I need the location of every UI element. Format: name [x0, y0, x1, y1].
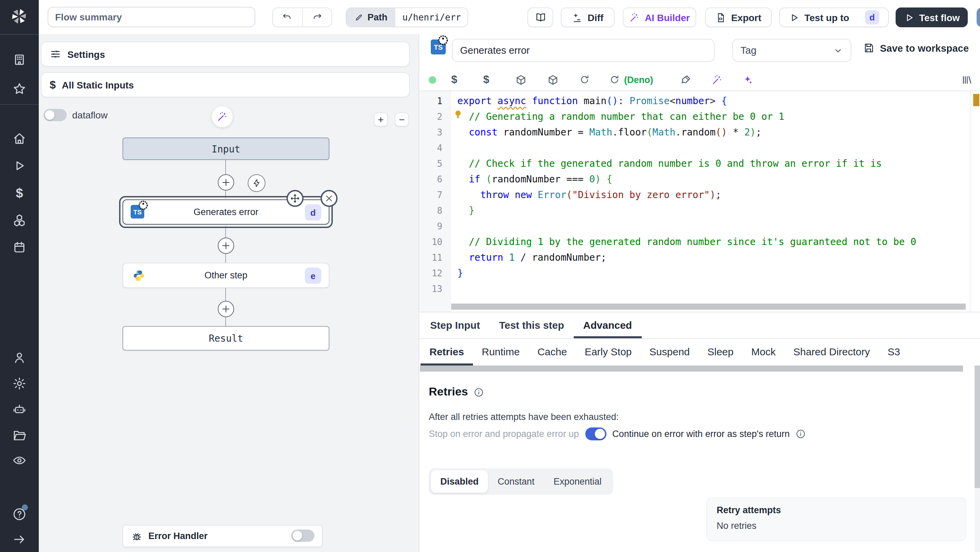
- subtab-mock[interactable]: Mock: [743, 340, 785, 366]
- plus-icon: [221, 304, 231, 314]
- zoom-in-button[interactable]: +: [374, 112, 388, 127]
- subtab-suspend[interactable]: Suspend: [641, 340, 698, 366]
- workspace-building-icon[interactable]: [12, 52, 27, 67]
- subtab-cache[interactable]: Cache: [528, 340, 576, 366]
- reload-runtime-button[interactable]: [609, 71, 620, 89]
- panel-vertical-scrollbar[interactable]: [975, 366, 980, 552]
- folders-icon[interactable]: [12, 428, 27, 442]
- package-icon-button[interactable]: [515, 71, 527, 89]
- result-node[interactable]: Result: [123, 326, 329, 350]
- settings-gear-icon[interactable]: [12, 376, 27, 391]
- variable-picker-button[interactable]: $: [451, 71, 457, 89]
- delete-node-button[interactable]: [321, 190, 337, 207]
- flow-settings-button[interactable]: Settings: [41, 41, 410, 67]
- wand-icon: [629, 12, 640, 23]
- resources-cubes-icon[interactable]: [12, 213, 27, 227]
- flow-summary-input[interactable]: [48, 7, 255, 27]
- workers-robot-icon[interactable]: [12, 402, 27, 417]
- tab-step-input[interactable]: Step Input: [421, 313, 490, 338]
- export-button[interactable]: Export: [705, 8, 772, 27]
- info-icon[interactable]: [796, 429, 806, 439]
- variables-dollar-icon[interactable]: $: [12, 186, 27, 200]
- all-static-inputs-button[interactable]: $ All Static Inputs: [41, 72, 410, 97]
- home-icon[interactable]: [12, 131, 27, 146]
- code-line: // Check if the generated random number …: [451, 156, 970, 172]
- dollar-icon: $: [50, 79, 56, 91]
- dataflow-toggle[interactable]: [43, 109, 67, 121]
- ai-wand-button[interactable]: [212, 106, 233, 127]
- close-icon: [325, 194, 334, 203]
- seg-constant[interactable]: Constant: [488, 470, 544, 493]
- add-step-button[interactable]: [218, 237, 234, 254]
- seg-exponential[interactable]: Exponential: [544, 470, 611, 493]
- lightbulb-icon[interactable]: [453, 110, 463, 122]
- sidebar-divider: [0, 34, 39, 35]
- editor-gutter: 12345678910111213: [419, 91, 451, 312]
- diff-button[interactable]: Diff: [561, 8, 614, 27]
- windmill-logo-icon[interactable]: [9, 6, 29, 27]
- add-step-button[interactable]: [218, 301, 234, 317]
- format-button[interactable]: [680, 71, 692, 89]
- tag-select[interactable]: Tag: [732, 39, 851, 62]
- ai-wand-button[interactable]: [711, 71, 723, 89]
- path-button[interactable]: Path u/henri/err: [346, 8, 469, 27]
- overflow-button-sliver[interactable]: [977, 8, 980, 27]
- redo-button[interactable]: [302, 8, 331, 27]
- step-name-input[interactable]: [452, 39, 714, 62]
- play-icon: [904, 12, 914, 23]
- line-number: 1: [419, 93, 451, 109]
- move-node-button[interactable]: [286, 190, 304, 207]
- code-editor[interactable]: 12345678910111213 export async function …: [419, 91, 980, 312]
- subtab-shared-directory[interactable]: Shared Directory: [784, 340, 878, 366]
- dataflow-label: dataflow: [72, 110, 108, 121]
- zoom-out-button[interactable]: −: [395, 112, 409, 127]
- subtab-retries[interactable]: Retries: [421, 340, 473, 366]
- play-icon: [789, 12, 800, 23]
- package-icon-button[interactable]: [547, 71, 559, 89]
- step-title: Other step: [123, 270, 329, 280]
- runs-play-icon[interactable]: [12, 159, 27, 173]
- editor-code-lines[interactable]: export async function main(): Promise<nu…: [451, 91, 970, 312]
- step-title: Generates error: [123, 207, 329, 217]
- diff-label: Diff: [588, 12, 604, 23]
- line-number: 8: [419, 203, 451, 218]
- line-number: 3: [419, 124, 451, 140]
- seg-disabled[interactable]: Disabled: [431, 470, 488, 493]
- ai-builder-button[interactable]: AI Builder: [623, 8, 696, 27]
- ai-sparkles-button[interactable]: [742, 71, 753, 89]
- step-node-other-step[interactable]: Other step: [123, 263, 329, 288]
- subtab-sleep[interactable]: Sleep: [698, 340, 743, 366]
- user-icon[interactable]: [12, 350, 27, 365]
- input-node[interactable]: Input: [123, 137, 329, 160]
- audit-eye-icon[interactable]: [12, 453, 27, 468]
- expand-arrow-right-icon[interactable]: [12, 532, 27, 547]
- deno-icon: [138, 200, 148, 213]
- undo-button[interactable]: [273, 8, 302, 27]
- save-to-workspace-button[interactable]: Save to workspace: [863, 42, 969, 54]
- subtab-runtime[interactable]: Runtime: [473, 340, 529, 366]
- continue-on-error-toggle[interactable]: [585, 428, 606, 441]
- subtabs-scrollbar[interactable]: [420, 366, 963, 372]
- resource-picker-button[interactable]: $: [483, 71, 489, 89]
- subtab-early-stop[interactable]: Early Stop: [576, 340, 640, 366]
- tab-advanced[interactable]: Advanced: [574, 313, 641, 338]
- favorites-star-icon[interactable]: [12, 82, 27, 96]
- info-icon[interactable]: [473, 387, 484, 397]
- library-button[interactable]: [961, 71, 972, 89]
- test-flow-button[interactable]: Test flow: [896, 8, 968, 27]
- schedules-calendar-icon[interactable]: [12, 240, 27, 255]
- subtab-s3[interactable]: S3: [879, 340, 909, 366]
- error-handler-toggle[interactable]: [291, 530, 314, 542]
- test-up-to-button[interactable]: Test up to d: [779, 8, 889, 27]
- continue-on-error-label: Continue on error with error as step's r…: [612, 429, 789, 439]
- runtime-label[interactable]: (Deno): [624, 71, 653, 89]
- editor-horizontal-scrollbar[interactable]: [451, 304, 966, 310]
- add-trigger-button[interactable]: [248, 174, 266, 192]
- code-line: const randomNumber = Math.floor(Math.ran…: [451, 124, 970, 140]
- path-label-segment: Path: [347, 8, 396, 27]
- docs-book-button[interactable]: [527, 8, 553, 27]
- reload-button[interactable]: [579, 71, 590, 89]
- add-step-button[interactable]: [218, 174, 234, 191]
- refresh-icon: [609, 74, 620, 85]
- tab-test-this-step[interactable]: Test this step: [490, 313, 574, 338]
